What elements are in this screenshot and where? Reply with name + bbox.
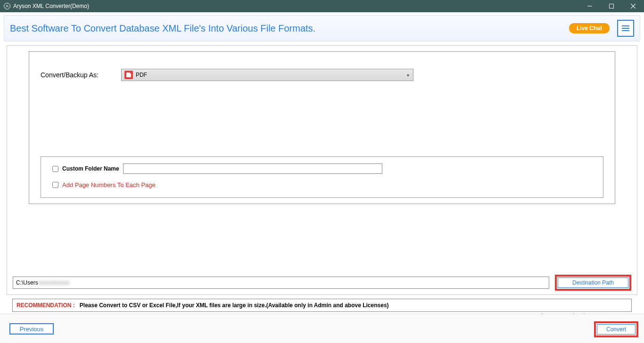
window-controls [579,0,644,12]
convert-as-label: Convert/Backup As: [41,71,99,79]
custom-folder-input[interactable] [123,163,382,174]
format-value: PDF [136,72,147,78]
add-page-numbers-row: Add Page Numbers To Each Page [52,181,592,188]
custom-folder-row: Custom Folder Name [52,163,592,174]
live-chat-button[interactable]: Live Chat [569,23,610,33]
add-page-numbers-label: Add Page Numbers To Each Page [62,181,156,188]
recommendation-text: Please Convert to CSV or Excel File,If y… [80,302,389,309]
convert-panel: Convert/Backup As: PDF ▾ Custom Folder N… [29,51,615,204]
page-title: Best Software To Convert Database XML Fi… [10,23,315,34]
format-dropdown[interactable]: PDF ▾ [121,69,413,81]
window-title: Aryson XML Converter(Demo) [13,3,89,9]
recommendation-label: RECOMMENDATION : [17,302,75,309]
main-panel: Convert/Backup As: PDF ▾ Custom Folder N… [7,45,637,295]
custom-folder-checkbox[interactable] [52,166,58,172]
menu-button[interactable] [617,20,634,37]
minimize-button[interactable] [579,0,601,12]
content-area: Convert/Backup As: PDF ▾ Custom Folder N… [0,45,644,338]
path-blurred: \xxxxx\xxxxx [38,279,70,286]
header-bar: Best Software To Convert Database XML Fi… [4,15,640,41]
convert-button[interactable]: Convert [597,324,636,335]
convert-button-highlight: Convert [594,321,638,337]
recommendation-bar: RECOMMENDATION : Please Convert to CSV o… [12,299,632,312]
destination-path-input[interactable]: C:\Users\xxxxx\xxxxx [13,277,549,289]
convert-row: Convert/Backup As: PDF ▾ [41,69,603,81]
path-prefix: C:\Users [16,279,38,286]
destination-path-button[interactable]: Destination Path [558,278,628,288]
custom-folder-label: Custom Folder Name [62,165,119,172]
pdf-icon [124,71,133,79]
options-box: Custom Folder Name Add Page Numbers To E… [41,156,603,198]
footer: Previous Convert [0,314,644,343]
app-icon: A [4,3,10,9]
close-button[interactable] [622,0,644,12]
add-page-numbers-checkbox[interactable] [52,182,58,188]
previous-button[interactable]: Previous [9,323,54,335]
maximize-button[interactable] [601,0,622,12]
destination-button-highlight: Destination Path [555,275,631,291]
title-bar: A Aryson XML Converter(Demo) [0,0,644,12]
destination-row: C:\Users\xxxxx\xxxxx Destination Path [13,275,631,291]
svg-rect-1 [610,4,614,8]
chevron-down-icon: ▾ [407,73,409,78]
